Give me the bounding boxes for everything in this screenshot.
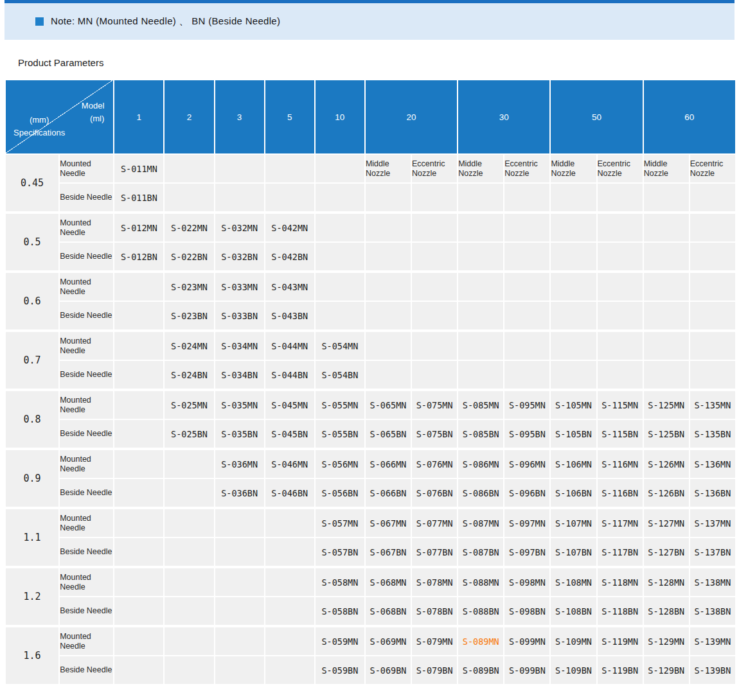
model-cell-S-136BN: S-136BN — [690, 479, 735, 507]
model-cell-empty — [165, 567, 213, 596]
model-cell-S-085MN: S-085MN — [458, 390, 503, 419]
model-cell-S-098MN: S-098MN — [504, 567, 549, 596]
model-cell-S-032MN: S-032MN — [215, 213, 264, 241]
model-cell-empty — [690, 361, 735, 389]
model-cell-S-129BN: S-129BN — [644, 656, 689, 684]
model-cell-S-078MN: S-078MN — [412, 567, 457, 596]
beside-needle-label: Beside Needle — [60, 479, 113, 507]
model-cell-S-042MN: S-042MN — [265, 213, 314, 241]
model-cell-S-025MN: S-025MN — [165, 390, 213, 419]
spec-cell-0.6: 0.6 — [6, 272, 58, 329]
model-cell-empty — [265, 656, 314, 684]
model-cell-S-107BN: S-107BN — [551, 538, 596, 566]
model-cell-S-077MN: S-077MN — [412, 508, 457, 537]
model-cell-empty — [644, 213, 689, 241]
spec-cell-1.1: 1.1 — [6, 508, 58, 566]
model-cell-S-045MN: S-045MN — [265, 390, 314, 419]
model-cell-S-116BN: S-116BN — [598, 479, 643, 507]
model-cell-S-023BN: S-023BN — [165, 302, 213, 329]
model-cell-S-097BN: S-097BN — [504, 538, 549, 566]
model-cell-S-106BN: S-106BN — [551, 479, 596, 507]
model-cell-S-129MN: S-129MN — [644, 626, 689, 655]
mounted-needle-label: Mounted Needle — [60, 626, 113, 655]
model-column-header-60: 60 — [644, 80, 735, 153]
model-cell-S-079BN: S-079BN — [412, 656, 457, 684]
model-cell-empty — [551, 302, 596, 329]
model-cell-empty — [504, 302, 549, 329]
model-cell-S-011MN: S-011MN — [114, 155, 163, 182]
model-cell-empty — [114, 420, 163, 448]
mounted-needle-label: Mounted Needle — [60, 213, 113, 241]
model-cell-S-135MN: S-135MN — [690, 390, 735, 419]
table-row-0.7-bn: Beside NeedleS-024BNS-034BNS-044BNS-054B… — [6, 361, 735, 389]
model-cell-empty — [114, 272, 163, 301]
mounted-needle-label: Mounted Needle — [60, 272, 113, 301]
beside-needle-label: Beside Needle — [60, 361, 113, 389]
model-cell-S-139BN: S-139BN — [690, 656, 735, 684]
table-row-0.9-mn: 0.9Mounted NeedleS-036MNS-046MNS-056MNS-… — [6, 449, 735, 478]
model-cell-empty — [598, 302, 643, 329]
model-cell-S-095BN: S-095BN — [504, 420, 549, 448]
model-cell-empty — [165, 656, 213, 684]
model-cell-S-125MN: S-125MN — [644, 390, 689, 419]
corner-spec-unit: (mm) — [13, 114, 65, 127]
model-cell-S-032BN: S-032BN — [215, 243, 264, 270]
spec-cell-0.8: 0.8 — [6, 390, 58, 448]
table-corner-header: Model (ml) (mm) Specifications — [6, 80, 113, 153]
mounted-needle-label: Mounted Needle — [60, 155, 113, 182]
model-cell-empty — [504, 331, 549, 360]
model-cell-S-046MN: S-046MN — [265, 449, 314, 478]
model-cell-S-086MN: S-086MN — [458, 449, 503, 478]
model-cell-empty — [165, 538, 213, 566]
model-cell-empty — [598, 213, 643, 241]
model-cell-empty — [598, 184, 643, 211]
model-cell-empty — [165, 155, 213, 182]
model-cell-S-033MN: S-033MN — [215, 272, 264, 301]
table-row-0.7-mn: 0.7Mounted NeedleS-024MNS-034MNS-044MNS-… — [6, 331, 735, 360]
model-cell-empty — [504, 361, 549, 389]
model-cell-empty — [114, 361, 163, 389]
model-cell-empty — [114, 449, 163, 478]
model-cell-empty — [644, 272, 689, 301]
model-cell-empty — [215, 538, 264, 566]
model-cell-S-022MN: S-022MN — [165, 213, 213, 241]
model-cell-S-044BN: S-044BN — [265, 361, 314, 389]
model-cell-empty — [165, 184, 213, 211]
model-cell-S-096MN: S-096MN — [504, 449, 549, 478]
model-cell-empty — [504, 243, 549, 270]
model-cell-empty — [690, 213, 735, 241]
model-cell-S-046BN: S-046BN — [265, 479, 314, 507]
product-parameters-table: Model (ml) (mm) Specifications 123510203… — [4, 79, 736, 685]
corner-spec-label: (mm) Specifications — [13, 114, 65, 139]
model-cell-S-012BN: S-012BN — [114, 243, 163, 270]
model-cell-empty — [598, 272, 643, 301]
model-cell-S-067BN: S-067BN — [366, 538, 411, 566]
model-cell-S-076BN: S-076BN — [412, 479, 457, 507]
model-cell-empty — [551, 213, 596, 241]
model-cell-empty — [215, 155, 264, 182]
model-cell-empty — [114, 508, 163, 537]
model-cell-empty — [165, 597, 213, 625]
model-cell-S-079MN: S-079MN — [412, 626, 457, 655]
model-cell-S-116MN: S-116MN — [598, 449, 643, 478]
nozzle-subheader-cell: Eccentric Nozzle — [598, 155, 643, 182]
model-cell-S-065MN: S-065MN — [366, 390, 411, 419]
table-header-row: Model (ml) (mm) Specifications 123510203… — [6, 80, 735, 153]
model-cell-empty — [598, 361, 643, 389]
model-cell-S-118MN: S-118MN — [598, 567, 643, 596]
model-cell-S-089BN: S-089BN — [458, 656, 503, 684]
model-cell-S-011BN: S-011BN — [114, 184, 163, 211]
page-title: Product Parameters — [18, 57, 739, 68]
model-cell-S-035MN: S-035MN — [215, 390, 264, 419]
model-cell-empty — [458, 331, 503, 360]
model-cell-empty — [265, 597, 314, 625]
beside-needle-label: Beside Needle — [60, 184, 113, 211]
note-bullet-icon — [35, 17, 44, 26]
model-cell-empty — [316, 213, 364, 241]
model-cell-empty — [165, 626, 213, 655]
model-cell-empty — [265, 538, 314, 566]
model-cell-S-117MN: S-117MN — [598, 508, 643, 537]
table-row-1.2-bn: Beside NeedleS-058BNS-068BNS-078BNS-088B… — [6, 597, 735, 625]
model-cell-empty — [598, 243, 643, 270]
model-cell-empty — [215, 656, 264, 684]
